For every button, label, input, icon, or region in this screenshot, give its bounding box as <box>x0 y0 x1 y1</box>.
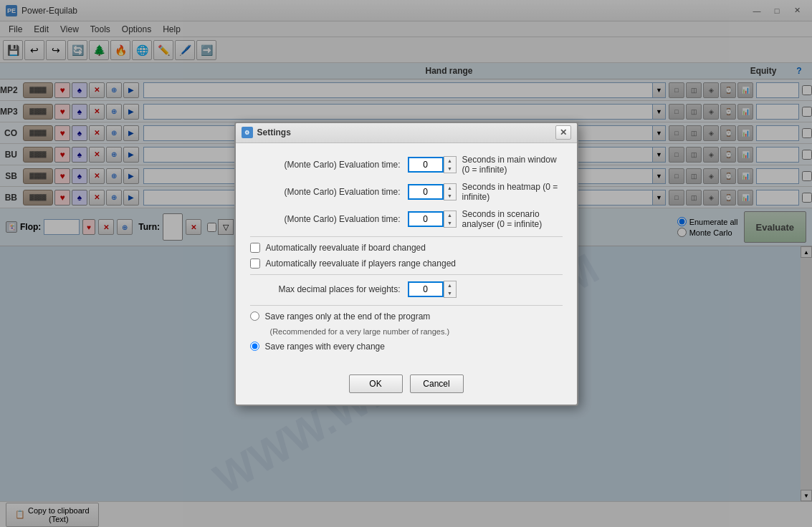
save-every-change-row: Save ranges with every change <box>250 342 563 352</box>
dialog-cancel-button[interactable]: Cancel <box>410 374 464 393</box>
auto-reevaluate-players-row: Automatically reevaluate if players rang… <box>250 258 563 269</box>
eval-time-desc-1: Seconds in main window (0 = infinite) <box>462 155 563 175</box>
max-decimal-up[interactable]: ▲ <box>444 281 456 289</box>
eval-time-label-1: (Monte Carlo) Evaluation time: <box>250 160 408 170</box>
divider-3 <box>250 305 563 306</box>
save-end-label: Save ranges only at the end of the progr… <box>265 311 431 321</box>
eval-time-spinner-btns-1: ▲ ▼ <box>444 156 457 173</box>
save-end-radio[interactable] <box>250 311 259 321</box>
dialog-footer: OK Cancel <box>236 369 577 405</box>
eval-time-input-1[interactable]: 0 <box>408 157 444 173</box>
auto-reevaluate-board-checkbox[interactable] <box>250 243 260 253</box>
eval-time-label-3: (Monte Carlo) Evaluation time: <box>250 214 408 224</box>
eval-time-row-1: (Monte Carlo) Evaluation time: 0 ▲ ▼ Sec… <box>250 155 563 175</box>
auto-reevaluate-board-label: Automatically reevaluate if board change… <box>266 243 426 253</box>
eval-time-down-2[interactable]: ▼ <box>444 192 456 200</box>
divider-2 <box>250 274 563 275</box>
settings-dialog: ⚙ Settings ✕ (Monte Carlo) Evaluation ti… <box>234 122 578 406</box>
eval-time-spinner-2: 0 ▲ ▼ <box>408 183 457 200</box>
eval-time-up-2[interactable]: ▲ <box>444 184 456 192</box>
save-every-change-label: Save ranges with every change <box>265 342 385 352</box>
max-decimal-spinner-btns: ▲ ▼ <box>444 281 457 298</box>
dialog-body: (Monte Carlo) Evaluation time: 0 ▲ ▼ Sec… <box>236 143 577 369</box>
max-decimal-input[interactable]: 0 <box>408 281 444 297</box>
eval-time-up-3[interactable]: ▲ <box>444 211 456 219</box>
eval-time-spinner-1: 0 ▲ ▼ <box>408 156 457 173</box>
dialog-icon: ⚙ <box>242 127 253 138</box>
auto-reevaluate-board-row: Automatically reevaluate if board change… <box>250 243 563 253</box>
eval-time-input-2[interactable]: 0 <box>408 184 444 200</box>
eval-time-spinner-3: 0 ▲ ▼ <box>408 211 457 228</box>
save-every-change-radio[interactable] <box>250 342 259 351</box>
auto-reevaluate-players-label: Automatically reevaluate if players rang… <box>266 258 457 269</box>
eval-time-desc-2: Seconds in heatmap (0 = infinite) <box>462 182 563 202</box>
divider-1 <box>250 236 563 237</box>
max-decimal-down[interactable]: ▼ <box>444 289 456 297</box>
max-decimal-spinner: 0 ▲ ▼ <box>408 281 457 298</box>
modal-overlay: ⚙ Settings ✕ (Monte Carlo) Evaluation ti… <box>0 0 812 527</box>
eval-time-desc-3: Seconds in scenario analyser (0 = infini… <box>462 209 563 229</box>
eval-time-down-3[interactable]: ▼ <box>444 219 456 227</box>
save-end-row: Save ranges only at the end of the progr… <box>250 311 563 321</box>
eval-time-input-3[interactable]: 0 <box>408 211 444 227</box>
save-end-hint: (Recommended for a very large number of … <box>270 327 563 336</box>
eval-time-down-1[interactable]: ▼ <box>444 165 456 173</box>
eval-time-row-2: (Monte Carlo) Evaluation time: 0 ▲ ▼ Sec… <box>250 182 563 202</box>
dialog-title: Settings <box>257 127 555 137</box>
dialog-title-bar: ⚙ Settings ✕ <box>236 123 577 143</box>
auto-reevaluate-players-checkbox[interactable] <box>250 258 260 269</box>
eval-time-spinner-btns-2: ▲ ▼ <box>444 183 457 200</box>
eval-time-spinner-btns-3: ▲ ▼ <box>444 211 457 228</box>
max-decimal-row: Max decimal places for weights: 0 ▲ ▼ <box>250 281 563 298</box>
dialog-ok-button[interactable]: OK <box>349 374 403 393</box>
eval-time-label-2: (Monte Carlo) Evaluation time: <box>250 187 408 197</box>
max-decimal-label: Max decimal places for weights: <box>250 284 408 294</box>
eval-time-row-3: (Monte Carlo) Evaluation time: 0 ▲ ▼ Sec… <box>250 209 563 229</box>
dialog-close-button[interactable]: ✕ <box>555 125 571 140</box>
eval-time-up-1[interactable]: ▲ <box>444 157 456 165</box>
